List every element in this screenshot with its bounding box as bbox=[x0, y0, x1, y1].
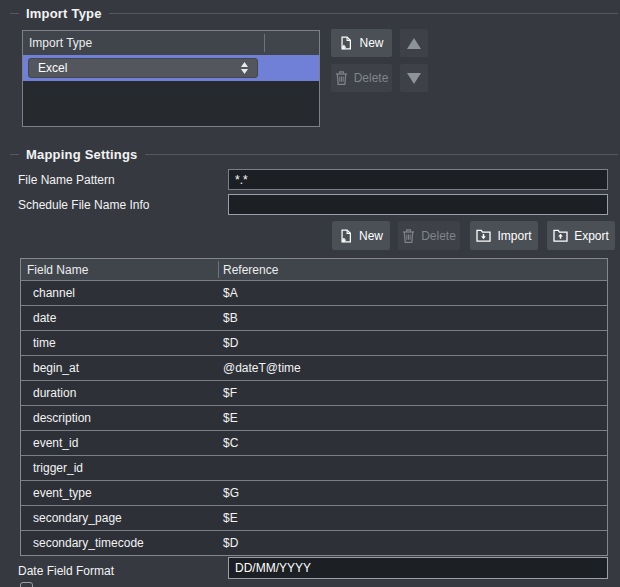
import-type-group-title: Import Type bbox=[26, 6, 102, 21]
document-plus-icon bbox=[339, 229, 353, 243]
reference-cell: $A bbox=[218, 286, 238, 300]
field-name-cell: date bbox=[21, 311, 218, 325]
move-up-button[interactable] bbox=[400, 29, 428, 57]
import-type-table: Import Type Excel bbox=[22, 30, 320, 127]
mapping-import-button[interactable]: Import bbox=[470, 221, 538, 250]
new-button-label: New bbox=[359, 229, 383, 243]
import-type-new-button[interactable]: New bbox=[331, 29, 392, 57]
reference-cell: $C bbox=[218, 436, 238, 450]
file-name-pattern-label: File Name Pattern bbox=[18, 173, 115, 187]
group-divider bbox=[109, 13, 618, 14]
reference-cell: $D bbox=[218, 536, 238, 550]
reference-cell: $B bbox=[218, 311, 238, 325]
folder-upload-icon bbox=[553, 229, 568, 242]
field-name-cell: time bbox=[21, 336, 218, 350]
trash-icon bbox=[402, 229, 415, 243]
document-plus-icon bbox=[339, 36, 353, 50]
delete-button-label: Delete bbox=[354, 71, 389, 85]
table-row[interactable]: channel$A bbox=[21, 280, 607, 305]
import-type-table-header[interactable]: Import Type bbox=[23, 31, 319, 55]
group-divider bbox=[10, 154, 19, 155]
date-field-format-input[interactable] bbox=[228, 557, 608, 579]
table-row[interactable]: date$B bbox=[21, 305, 607, 330]
group-divider bbox=[10, 13, 19, 14]
mapping-export-button[interactable]: Export bbox=[547, 221, 615, 250]
table-row[interactable]: begin_at@dateT@time bbox=[21, 355, 607, 380]
field-name-cell: duration bbox=[21, 386, 218, 400]
import-type-group-header: Import Type bbox=[10, 5, 618, 21]
triangle-up-icon bbox=[407, 38, 421, 49]
delete-button-label: Delete bbox=[421, 229, 456, 243]
field-name-cell: event_id bbox=[21, 436, 218, 450]
reference-cell: $E bbox=[218, 411, 238, 425]
mapping-table-rows: channel$Adate$Btime$Dbegin_at@dateT@time… bbox=[21, 280, 607, 555]
field-name-cell: secondary_timecode bbox=[21, 536, 218, 550]
table-row[interactable]: event_type$G bbox=[21, 480, 607, 505]
export-button-label: Export bbox=[574, 229, 609, 243]
mapping-table-header[interactable]: Field Name Reference bbox=[21, 259, 607, 280]
reference-column-header: Reference bbox=[218, 263, 278, 277]
triangle-down-icon bbox=[407, 73, 421, 84]
move-down-button[interactable] bbox=[400, 64, 428, 92]
field-name-cell: secondary_page bbox=[21, 511, 218, 525]
new-button-label: New bbox=[359, 36, 383, 50]
table-row[interactable]: secondary_timecode$D bbox=[21, 530, 607, 555]
schedule-file-name-info-input[interactable] bbox=[228, 194, 608, 215]
field-name-column-header: Field Name bbox=[21, 263, 218, 277]
field-name-cell: channel bbox=[21, 286, 218, 300]
reference-cell: $G bbox=[218, 486, 239, 500]
trash-icon bbox=[335, 71, 348, 85]
group-divider bbox=[145, 154, 618, 155]
import-type-selected-row[interactable]: Excel bbox=[23, 55, 319, 81]
reference-cell: @dateT@time bbox=[218, 361, 301, 375]
table-row[interactable]: trigger_id bbox=[21, 455, 607, 480]
import-type-delete-button[interactable]: Delete bbox=[331, 64, 392, 92]
import-type-combobox[interactable]: Excel bbox=[28, 58, 258, 78]
field-name-cell: begin_at bbox=[21, 361, 218, 375]
import-button-label: Import bbox=[497, 229, 531, 243]
mapping-delete-button[interactable]: Delete bbox=[398, 221, 460, 250]
mapping-settings-group-title: Mapping Settings bbox=[26, 147, 138, 162]
column-separator bbox=[264, 34, 265, 52]
table-row[interactable]: event_id$C bbox=[21, 430, 607, 455]
table-row[interactable]: secondary_page$E bbox=[21, 505, 607, 530]
mapping-table: Field Name Reference channel$Adate$Btime… bbox=[20, 258, 608, 556]
partial-checkbox[interactable] bbox=[20, 582, 33, 587]
field-name-cell: trigger_id bbox=[21, 461, 218, 475]
table-row[interactable]: time$D bbox=[21, 330, 607, 355]
import-type-column-label: Import Type bbox=[29, 36, 92, 50]
mapping-new-button[interactable]: New bbox=[332, 221, 390, 250]
folder-download-icon bbox=[476, 229, 491, 242]
field-name-cell: event_type bbox=[21, 486, 218, 500]
reference-cell: $F bbox=[218, 386, 237, 400]
schedule-file-name-info-label: Schedule File Name Info bbox=[18, 198, 149, 212]
combobox-value: Excel bbox=[29, 61, 241, 75]
reference-cell: $D bbox=[218, 336, 238, 350]
column-separator bbox=[218, 261, 219, 278]
date-field-format-label: Date Field Format bbox=[18, 564, 114, 578]
field-name-cell: description bbox=[21, 411, 218, 425]
table-row[interactable]: description$E bbox=[21, 405, 607, 430]
file-name-pattern-input[interactable] bbox=[228, 169, 608, 190]
reference-cell: $E bbox=[218, 511, 238, 525]
updown-spinner-icon bbox=[241, 62, 248, 74]
mapping-settings-group-header: Mapping Settings bbox=[10, 146, 618, 162]
table-row[interactable]: duration$F bbox=[21, 380, 607, 405]
